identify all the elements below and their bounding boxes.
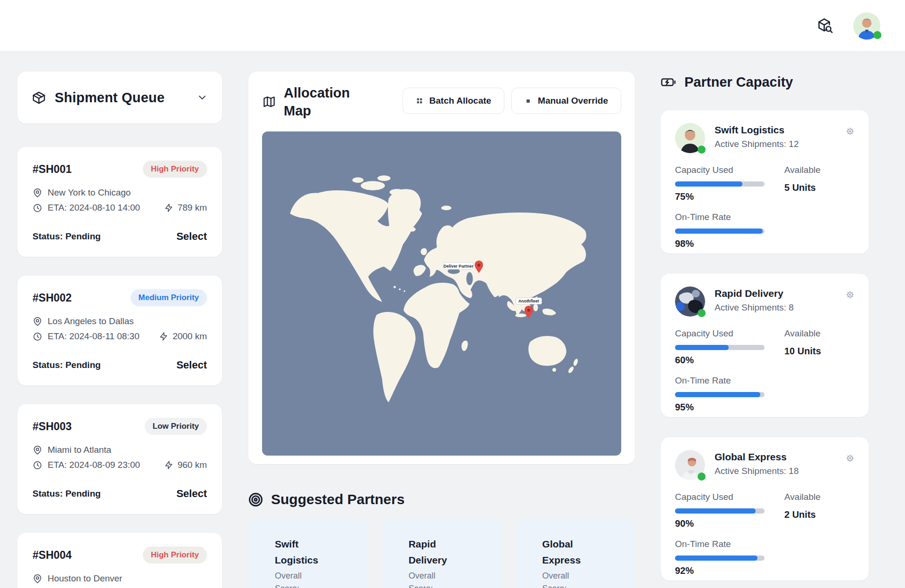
capacity-percent: 90% (675, 518, 773, 529)
priority-badge: Low Priority (145, 418, 207, 435)
map-pin-icon (33, 445, 42, 455)
shipment-id: #SH004 (33, 549, 72, 562)
capacity-percent: 75% (675, 191, 773, 202)
clock-icon (33, 332, 42, 342)
partner-name: Global Express (542, 536, 599, 568)
shipment-route: New York to Chicago (48, 188, 131, 198)
shipment-id: #SH003 (33, 420, 72, 433)
overall-score-label: Overall Score: (409, 570, 453, 588)
active-shipments: Active Shipments: 18 (715, 466, 798, 476)
continent-australia (528, 336, 566, 366)
zap-icon (164, 460, 173, 470)
ontime-bar (675, 555, 765, 561)
shipment-eta: ETA: 2024-08-10 14:00 (48, 203, 140, 213)
suggested-partner-card[interactable]: Swift Logistics Overall Score: (248, 518, 368, 588)
shipment-route: Los Angeles to Dallas (48, 316, 134, 327)
active-status-dot (698, 473, 706, 481)
available-units: 2 Units (784, 509, 821, 520)
continent-south-america (373, 312, 416, 402)
ontime-bar (675, 229, 765, 234)
zap-icon (159, 332, 168, 341)
world-map[interactable]: Deliver Partner Anothfleet (262, 131, 621, 456)
allocation-map-panel: Allocation Map Batch Allocate Manual Ove… (248, 72, 635, 588)
active-status-dot (698, 309, 706, 317)
chevron-down-icon[interactable] (197, 92, 208, 103)
partner-name: Rapid Delivery (409, 536, 465, 568)
capacity-percent: 60% (675, 355, 773, 366)
overall-score-label: Overall Score: (275, 570, 320, 588)
shipment-route: Miami to Atlanta (48, 445, 111, 455)
battery-charging-icon (661, 74, 676, 90)
partner-name: Swift Logistics (715, 124, 798, 136)
ontime-percent: 95% (675, 402, 855, 413)
shipment-card: #SH003 Low Priority Miami to Atlanta ETA… (17, 404, 222, 514)
partner-avatar (675, 450, 705, 480)
priority-badge: Medium Priority (131, 289, 207, 306)
shipment-card: #SH002 Medium Priority Los Angeles to Da… (17, 276, 222, 385)
available-units: 5 Units (784, 182, 821, 193)
capacity-bar (675, 181, 765, 187)
greenland (388, 189, 421, 247)
partner-capacity-panel: Partner Capacity Swift Logistics Active … (661, 74, 869, 580)
partner-capacity-header: Partner Capacity (661, 74, 869, 90)
target-icon (248, 492, 263, 507)
gear-icon[interactable] (846, 454, 855, 480)
partner-capacity-card: Rapid Delivery Active Shipments: 8 Capac… (661, 274, 869, 417)
online-status-dot (873, 31, 881, 39)
ontime-percent: 98% (675, 238, 855, 249)
section-title: Allocation Map (284, 84, 359, 120)
gear-icon[interactable] (846, 290, 855, 317)
allocation-map-card: Allocation Map Batch Allocate Manual Ove… (248, 72, 635, 464)
shipment-card: #SH001 High Priority New York to Chicago… (17, 147, 222, 257)
capacity-used-label: Capacity Used (675, 165, 773, 175)
grid-icon (416, 97, 423, 105)
partner-name: Global Express (715, 451, 798, 463)
active-shipments: Active Shipments: 12 (715, 139, 798, 149)
partner-avatar (675, 123, 705, 153)
priority-badge: High Priority (143, 161, 207, 178)
map-marker-label: Deliver Partner (444, 263, 474, 268)
top-bar (0, 0, 905, 52)
overall-score-label: Overall Score: (542, 570, 587, 588)
shipment-distance: 960 km (178, 460, 207, 470)
available-label: Available (784, 328, 821, 339)
ontime-rate-label: On-Time Rate (675, 539, 855, 549)
active-shipments: Active Shipments: 8 (715, 302, 794, 313)
square-icon (525, 98, 532, 105)
partner-avatar (675, 286, 705, 317)
select-shipment-button[interactable]: Select (176, 359, 207, 371)
shipment-route: Houston to Denver (48, 573, 122, 584)
shipment-status: Status: Pending (33, 231, 101, 242)
clock-icon (33, 460, 42, 470)
ontime-rate-label: On-Time Rate (675, 212, 855, 222)
partner-capacity-card: Global Express Active Shipments: 18 Capa… (661, 437, 869, 580)
gear-icon[interactable] (846, 127, 855, 153)
suggested-partner-card[interactable]: Global Express Overall Score: (516, 518, 635, 588)
batch-allocate-button[interactable]: Batch Allocate (403, 88, 504, 114)
capacity-bar (675, 508, 765, 514)
shipment-queue-panel: Shipment Queue #SH001 High Priority New … (17, 72, 222, 588)
zap-icon (164, 203, 173, 212)
suggested-partner-card[interactable]: Rapid Delivery Overall Score: (382, 518, 502, 588)
capacity-bar (675, 345, 765, 350)
shipment-status: Status: Pending (33, 489, 101, 499)
map-pin-icon (33, 574, 42, 584)
map-pin-icon (33, 188, 42, 198)
user-avatar[interactable] (853, 12, 880, 40)
available-units: 10 Units (784, 346, 821, 357)
suggested-partners-header: Suggested Partners (248, 491, 635, 507)
available-label: Available (784, 492, 821, 502)
select-shipment-button[interactable]: Select (176, 488, 207, 500)
panel-title: Partner Capacity (684, 74, 793, 90)
shipment-eta: ETA: 2024-08-09 23:00 (48, 460, 140, 470)
select-shipment-button[interactable]: Select (176, 230, 207, 243)
package-search-icon[interactable] (816, 17, 833, 34)
capacity-used-label: Capacity Used (675, 328, 773, 339)
manual-override-button[interactable]: Manual Override (511, 88, 621, 114)
priority-badge: High Priority (143, 547, 207, 564)
capacity-used-label: Capacity Used (675, 492, 773, 502)
shipment-distance: 789 km (178, 203, 207, 213)
partner-name: Rapid Delivery (715, 288, 794, 299)
section-title: Suggested Partners (271, 491, 404, 507)
map-pin-icon (33, 317, 42, 327)
